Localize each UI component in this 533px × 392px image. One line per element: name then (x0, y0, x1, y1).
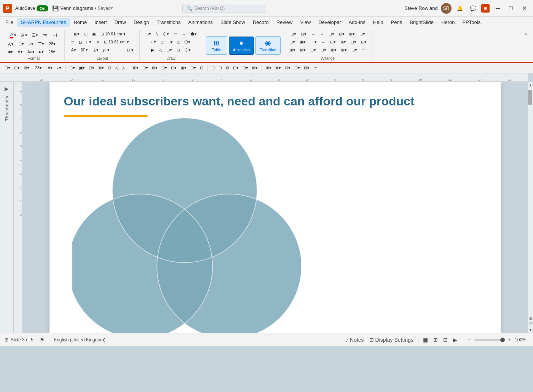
menu-review[interactable]: Review (273, 18, 297, 27)
arrange-btn6[interactable]: ⊡▾ (337, 30, 346, 38)
comment-btn[interactable]: 💬 (468, 4, 478, 13)
numbering-btn2[interactable]: ☰▾ (36, 40, 46, 48)
arrange-btn9[interactable]: ⊟▾ (287, 38, 297, 46)
menu-design[interactable]: Design (130, 18, 153, 27)
menu-slideshow[interactable]: Slide Show (217, 18, 249, 27)
arrange-btn17[interactable]: ⊠▾ (298, 46, 308, 54)
layout-btn4[interactable]: ▭ (69, 38, 76, 46)
draw-btn7[interactable]: ▶ (149, 46, 156, 54)
save-icon[interactable]: 💾 (52, 5, 59, 11)
r2-btn4[interactable]: A▾ (46, 65, 54, 71)
thumbnails-panel[interactable]: ▶ Thumbnails (0, 82, 14, 333)
title-dropdown[interactable]: ▾ (111, 6, 113, 11)
arrange-btn10[interactable]: ▣▾ (298, 38, 308, 46)
r2-btn21[interactable]: ⊟ (210, 65, 216, 71)
layout-btn7[interactable]: ✕ (94, 38, 101, 46)
draw-shapes[interactable]: ⬡▾ (161, 30, 171, 38)
r2-btn15[interactable]: ⊠▾ (150, 65, 159, 71)
draw-rect[interactable]: ▭ (172, 30, 179, 38)
r2-btn24[interactable]: ⊟▾ (231, 65, 240, 71)
draw-btn5[interactable]: □ (176, 39, 182, 46)
slide-sorter-btn[interactable]: ⊞ (432, 336, 439, 344)
draw-arrow[interactable]: → (180, 31, 188, 38)
share-btn[interactable]: 🔔 (455, 4, 465, 13)
reading-view-btn[interactable]: ⊡ (442, 336, 448, 344)
zoom-in-btn[interactable]: ＋ (506, 336, 513, 344)
font-size2-btn[interactable]: 28▾ (46, 48, 61, 56)
size-btn[interactable]: ⊡ 10.61 cm ▾ (99, 30, 133, 38)
bullets-btn2[interactable]: ≡▾ (27, 40, 35, 48)
ribbon-collapse-btn[interactable]: ⌃ (522, 31, 530, 40)
menu-animations[interactable]: Animations (185, 18, 217, 27)
arrange-btn8[interactable]: ⊞▾ (357, 30, 367, 38)
arrange-btn19[interactable]: ⊟▾ (319, 46, 328, 54)
r2-btn19[interactable]: ⊞▾ (189, 65, 198, 71)
menu-insert[interactable]: Insert (91, 18, 111, 27)
r2-btn17[interactable]: ⊡▾ (169, 65, 178, 71)
draw-btn10[interactable]: ⊡ (175, 46, 182, 54)
menu-draw[interactable]: Draw (111, 18, 130, 27)
size2-btn[interactable]: ⊡ 10.61 cm ▾ (102, 38, 136, 46)
normal-view-btn[interactable]: ▣ (422, 336, 429, 344)
draw-btn9[interactable]: ⊡▾ (164, 46, 174, 54)
animation-btn[interactable]: ● Animation (229, 37, 254, 55)
layout-btn12[interactable]: ⊟ ▾ (125, 46, 136, 54)
scroll-down-btn[interactable]: ▼ (528, 327, 533, 333)
transition-btn[interactable]: ◉ Transition (255, 36, 281, 55)
menu-view[interactable]: View (296, 18, 314, 27)
r2-more[interactable]: ⋯ (312, 65, 319, 71)
arrange-btn3[interactable]: → (309, 31, 317, 38)
arrange-btn14[interactable]: ⊠▾ (338, 38, 348, 46)
arrange-btn22[interactable]: ⊡▾ (349, 46, 359, 54)
arrange-more[interactable]: ⋯ (360, 46, 368, 54)
r2-btn10[interactable]: ⊡ (106, 65, 113, 71)
draw-btn6[interactable]: ⬡▾ (182, 38, 192, 46)
arrange-btn15[interactable]: ⊟▾ (349, 38, 358, 46)
r2-btn3[interactable]: ⊠▾ (22, 65, 31, 71)
font-size-btn[interactable]: 28▾ (47, 40, 61, 48)
menu-addins[interactable]: Add-ins (345, 18, 369, 27)
layout-btn10[interactable]: ◫▾ (91, 46, 101, 54)
layout-btn11[interactable]: ▷ ▾ (101, 46, 124, 54)
draw-btn4[interactable]: □▾ (166, 38, 175, 46)
draw-btn11[interactable]: ⬡▾ (183, 46, 193, 54)
scroll-up-btn[interactable]: ▲ (528, 82, 533, 88)
menu-home[interactable]: Home (70, 18, 91, 27)
r2-btn12[interactable]: ▷ (120, 65, 126, 71)
r2-btn5[interactable]: ≡▾ (55, 65, 62, 71)
bold-btn[interactable]: ■▾ (6, 48, 15, 56)
menu-sharpn[interactable]: SHARPN Favourites (17, 18, 70, 27)
arrange-btn1[interactable]: ⊞▾ (289, 30, 298, 38)
arrange-btn2[interactable]: ⊡▾ (299, 30, 308, 38)
r2-fontsize[interactable]: 28▾ (32, 65, 45, 71)
zoom-slider[interactable] (474, 339, 505, 341)
arrange-btn18[interactable]: ⊡▾ (308, 46, 318, 54)
autosave-toggle[interactable]: On (37, 5, 48, 11)
draw-btn1[interactable]: ⊕▾ (144, 30, 153, 38)
draw-btn8[interactable]: ◁ (157, 46, 164, 54)
table-btn[interactable]: ⊞ Table (206, 36, 227, 55)
scroll-track[interactable] (528, 88, 533, 315)
menu-brightslide[interactable]: BrightSlide (406, 18, 437, 27)
draw-btn2[interactable]: □▾ (150, 38, 158, 46)
scroll-thumb[interactable] (528, 90, 532, 105)
r2-btn8[interactable]: ⊟▾ (87, 65, 96, 71)
r2-btn2[interactable]: ⊡▾ (13, 65, 21, 71)
draw-line[interactable]: ╲ (154, 30, 160, 38)
r2-btn13[interactable]: ⊞▾ (131, 65, 140, 71)
close-btn[interactable]: ✕ (519, 5, 530, 12)
r2-grid-btn[interactable]: ⊞▾ (264, 65, 273, 71)
r2-btn22[interactable]: ⊡ (217, 65, 223, 71)
arrange-btn7[interactable]: ⊠▾ (347, 30, 357, 38)
r2-btn14[interactable]: ⊡▾ (141, 65, 150, 71)
more-btn[interactable]: ▸▾ (37, 48, 46, 56)
underline-btn[interactable]: A▾ (16, 48, 24, 56)
layout-btn5[interactable]: Ω (77, 39, 84, 46)
layout-btn6[interactable]: □▾ (85, 38, 93, 46)
bullets-btn[interactable]: ☰▾ (30, 32, 40, 39)
minimize-btn[interactable]: ─ (493, 5, 503, 12)
maximize-btn[interactable]: □ (506, 5, 516, 12)
r2-btn18[interactable]: ▣▾ (179, 65, 188, 71)
layout-btn3[interactable]: ▣ (90, 30, 98, 38)
r2-btn27[interactable]: ⊠▾ (274, 65, 282, 71)
